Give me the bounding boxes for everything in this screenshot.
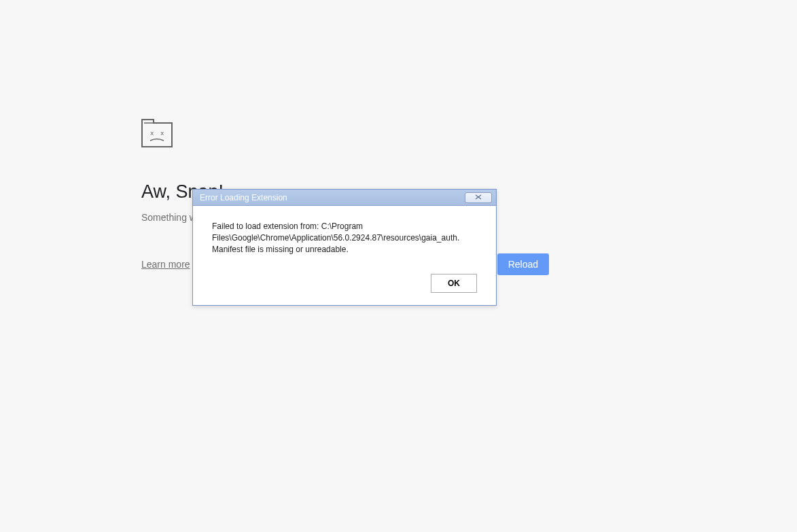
close-button[interactable] (465, 192, 492, 203)
svg-text:x: x (160, 130, 164, 137)
dialog-title: Error Loading Extension (200, 193, 287, 202)
dialog-titlebar[interactable]: Error Loading Extension (193, 190, 496, 206)
error-dialog: Error Loading Extension Failed to load e… (192, 189, 497, 306)
learn-more-link[interactable]: Learn more (141, 259, 190, 270)
reload-button[interactable]: Reload (497, 253, 549, 275)
svg-text:x: x (150, 130, 154, 137)
ok-button[interactable]: OK (431, 274, 477, 293)
dialog-actions: OK (212, 274, 477, 293)
close-icon (474, 194, 482, 202)
dialog-message: Failed to load extension from: C:\Progra… (212, 221, 477, 255)
sad-folder-icon: x x (141, 119, 173, 147)
dialog-body: Failed to load extension from: C:\Progra… (193, 206, 496, 305)
